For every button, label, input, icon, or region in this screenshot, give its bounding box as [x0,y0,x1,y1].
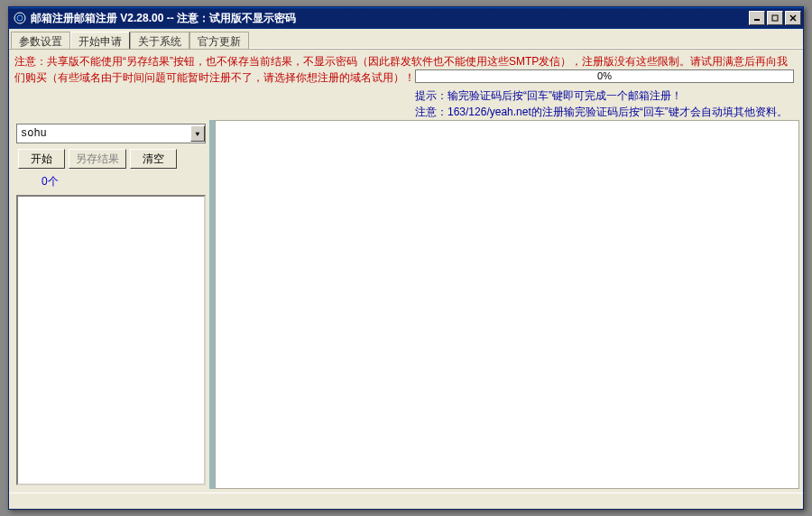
svg-point-0 [14,13,25,23]
close-button[interactable] [785,11,801,25]
status-bar [9,493,803,509]
app-window: 邮箱注册邮箱注册 V2.28.00 -- 注意：试用版不显示密码 参数设置 开始… [8,6,804,510]
domain-combo-value: sohu [17,127,190,140]
result-list[interactable] [16,195,206,485]
main-split: sohu ▼ 开始 另存结果 清空 0个 [13,120,799,489]
titlebar: 邮箱注册邮箱注册 V2.28.00 -- 注意：试用版不显示密码 [9,7,803,29]
browser-pane[interactable] [215,120,799,489]
minimize-button[interactable] [749,11,765,25]
window-title: 邮箱注册邮箱注册 V2.28.00 -- 注意：试用版不显示密码 [31,11,749,26]
chevron-down-icon[interactable]: ▼ [190,125,205,142]
hint-text: 提示：输完验证码后按“回车”键即可完成一个邮箱注册！ 注意：163/126/ye… [415,88,788,120]
tab-params[interactable]: 参数设置 [11,32,70,49]
tab-start[interactable]: 开始申请 [70,32,130,49]
progress-bar: 0% [415,69,794,83]
tab-update[interactable]: 官方更新 [189,32,249,49]
tab-bar: 参数设置 开始申请 关于系统 官方更新 [9,29,803,49]
svg-rect-3 [772,15,778,21]
count-label: 0个 [16,174,206,189]
save-button: 另存结果 [69,149,126,169]
clear-button[interactable]: 清空 [130,149,177,169]
maximize-button[interactable] [767,11,783,25]
left-pane: sohu ▼ 开始 另存结果 清空 0个 [13,120,209,489]
hint-line-2: 注意：163/126/yeah.net的注册输完验证码后按“回车”键才会自动填其… [415,104,788,120]
progress-row: 0% [415,69,796,83]
content-area: 注意：共享版不能使用“另存结果”按钮，也不保存当前结果，不显示密码（因此群发软件… [9,49,803,493]
hint-line-1: 提示：输完验证码后按“回车”键即可完成一个邮箱注册！ [415,88,788,104]
start-button[interactable]: 开始 [18,149,65,169]
tab-about[interactable]: 关于系统 [130,32,189,49]
domain-combo[interactable]: sohu ▼ [16,124,206,143]
app-icon [13,11,27,25]
